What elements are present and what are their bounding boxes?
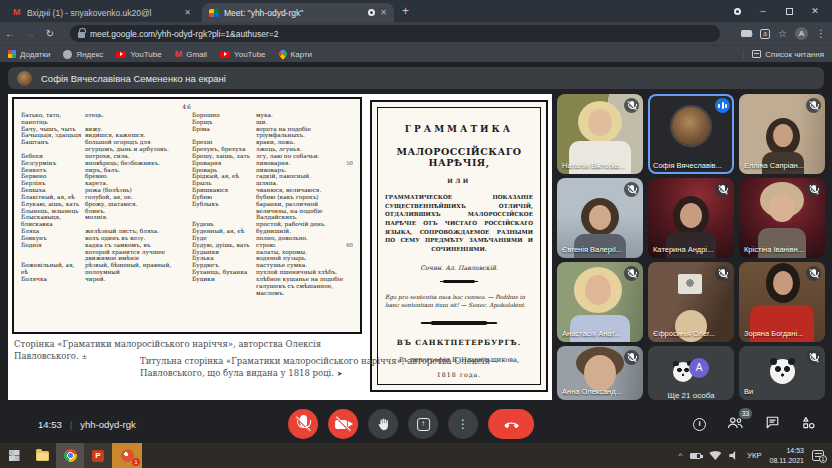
globe-icon — [63, 50, 72, 59]
participant-tile-yefrosyniia[interactable]: Єфросинія Олег... — [648, 262, 734, 342]
bookmark-apps[interactable]: Додатки — [8, 50, 50, 59]
dict-term: Бачу, чышъ, чыть — [21, 126, 85, 133]
dict-entry: Броварняпивоварня.50 — [192, 160, 353, 167]
participant-name: Софія Вячеславів... — [653, 161, 730, 170]
dict-entry: Болячкачирей. — [21, 276, 182, 283]
participant-tile-you[interactable]: Ви — [739, 346, 825, 400]
chat-panel-button[interactable] — [765, 415, 780, 434]
windows-logo-icon — [9, 450, 20, 461]
reading-list-button[interactable]: Список читання — [743, 50, 824, 59]
participant-tile-zoriana[interactable]: Зоряна Богдані... — [739, 262, 825, 342]
person-figure — [585, 275, 611, 305]
wifi-icon[interactable] — [709, 451, 721, 460]
system-tray: ^ УКР 14:53 08.11.2021 1 — [679, 446, 832, 464]
bookmark-youtube-1[interactable]: YouTube — [116, 50, 161, 59]
dict-term: Буденный, ая, еѣ — [192, 228, 256, 235]
dict-term: Будынки — [192, 249, 256, 256]
bookmark-gmail[interactable]: MGmail — [175, 50, 207, 59]
meeting-details-icon[interactable]: i — [693, 418, 706, 431]
translate-icon[interactable]: а — [760, 29, 770, 39]
bookmark-star-icon[interactable]: ☆ — [778, 28, 787, 39]
audio-speaking-icon — [715, 98, 730, 113]
file-explorer-button[interactable] — [28, 443, 56, 468]
tab-close-icon[interactable]: ✕ — [380, 8, 387, 17]
tab-meet[interactable]: Meet: "yhh-odyd-rgk" ✕ — [202, 3, 394, 22]
chrome-taskbar-button[interactable] — [56, 443, 84, 468]
participant-name: Елліна Сапріан... — [744, 161, 821, 170]
dict-entry: Батько, тато, панотіцьотець. — [21, 112, 182, 126]
dict-definition: щи. — [256, 119, 345, 126]
speaker-icon[interactable] — [729, 451, 739, 460]
dict-entry: Безсурмінъиновѣрець; безбожникъ. — [21, 160, 182, 167]
taskbar-clock[interactable]: 14:53 08.11.2021 — [769, 446, 804, 464]
book-subtitle: ГРАММАТИЧЕСКОЕ ПОКАЗАНІЕ СУЩЕСТВЕННѢЙШИХ… — [385, 193, 533, 254]
participant-name: Крістіна Іванівн... — [744, 245, 821, 254]
participant-tile-natalia[interactable]: Наталія Вікторів... — [557, 94, 643, 174]
dict-definition: молнія. — [85, 214, 174, 228]
participant-tile-yevheniia[interactable]: Євгенія Валерії... — [557, 178, 643, 258]
url-text: meet.google.com/yhh-odyd-rgk?pli=1&authu… — [90, 29, 279, 39]
powerpoint-taskbar-button[interactable]: P — [84, 443, 112, 468]
mic-off-button[interactable] — [288, 409, 318, 439]
mic-muted-icon — [624, 266, 639, 281]
bookmark-maps[interactable]: Карти — [279, 50, 313, 59]
back-button[interactable]: ← — [0, 28, 20, 39]
dict-term: Буханіць, буханка — [192, 269, 256, 276]
bookmark-yandex[interactable]: Яндекс — [63, 50, 103, 59]
person-figure — [773, 271, 793, 295]
dict-entry: Бебехипотрохи, сила. — [21, 153, 182, 160]
participant-tile-anastasiia[interactable]: Анастасія Анат... — [557, 262, 643, 342]
window-close-button[interactable]: ✕ — [802, 0, 828, 22]
participant-tile-anna[interactable]: Анна Олександ... — [557, 346, 643, 400]
battery-icon[interactable] — [690, 453, 701, 459]
browser-tab-strip: M Вхідні (1) - snyakovenko.uk20@l ✕ Meet… — [0, 0, 832, 22]
dict-definition: буднишній. — [256, 228, 345, 235]
dict-entry: Борошномука. — [192, 112, 353, 119]
letter-avatar: А — [689, 358, 709, 378]
present-button[interactable]: ↑ — [408, 409, 438, 439]
dict-entry: Бодніякадка съ замкомъ, въ которой храни… — [21, 242, 182, 262]
taskbar-date: 08.11.2021 — [769, 456, 804, 465]
action-center-icon[interactable]: 1 — [812, 450, 824, 461]
dict-term: Боднія — [21, 242, 85, 262]
participant-tile-kristina[interactable]: Крістіна Іванівн... — [739, 178, 825, 258]
activities-button[interactable] — [801, 415, 816, 434]
camera-off-button[interactable] — [328, 409, 358, 439]
raise-hand-button[interactable] — [368, 409, 398, 439]
window-maximize-button[interactable] — [776, 0, 802, 22]
address-bar[interactable]: meet.google.com/yhh-odyd-rgk?pli=1&authu… — [70, 25, 720, 42]
browser-menu-button[interactable]: ⋮ — [816, 28, 826, 39]
mic-muted-icon — [624, 98, 639, 113]
camera-permission-icon[interactable] — [741, 30, 752, 37]
start-button[interactable] — [0, 443, 28, 468]
dict-definition: простой, рабочій день. — [256, 221, 345, 228]
participant-name: Анастасія Анат... — [562, 329, 639, 338]
end-call-button[interactable] — [488, 409, 534, 439]
new-tab-button[interactable]: + — [402, 4, 409, 18]
participants-grid: Наталія Вікторів...Софія Вячеславів...Ел… — [557, 94, 825, 400]
notification-app-button[interactable]: 1 — [112, 443, 142, 468]
participant-tile-ellina[interactable]: Елліна Сапріан... — [739, 94, 825, 174]
dict-entry: Буденьпростой, рабочій день. — [192, 221, 353, 228]
participant-tile-kateryna[interactable]: Катерина Андрі... — [648, 178, 734, 258]
hidden-icons-caret[interactable]: ^ — [679, 451, 683, 460]
caption-right: Титульна сторінка «Граматики малоросійсь… — [140, 355, 540, 380]
bookmark-youtube-2[interactable]: YouTube — [220, 50, 265, 59]
language-indicator[interactable]: УКР — [747, 451, 761, 460]
more-options-button[interactable]: ⋮ — [448, 409, 478, 439]
participant-tile-more[interactable]: АЩе 21 особа — [648, 346, 734, 400]
gmail-icon: M — [175, 50, 183, 59]
participant-name: Катерина Андрі... — [653, 245, 730, 254]
participants-panel-button[interactable]: 33 — [727, 415, 744, 434]
reload-button[interactable]: ↻ — [40, 28, 60, 39]
dict-definition: хлѣбное кушанье на подобіе галушекъ съ с… — [256, 276, 345, 296]
tab-media-indicator-icon — [368, 9, 375, 16]
window-minimize-button[interactable]: – — [750, 0, 776, 22]
forward-button[interactable]: → — [20, 28, 40, 39]
tab-gmail[interactable]: M Вхідні (1) - snyakovenko.uk20@l ✕ — [6, 3, 198, 22]
participant-tile-sofia[interactable]: Софія Вячеславів... — [648, 94, 734, 174]
profile-avatar[interactable]: A — [795, 27, 808, 40]
caption-marker-icon: ± — [81, 353, 87, 361]
tab-close-icon[interactable]: ✕ — [184, 8, 191, 17]
dict-term: Борщъ — [192, 119, 256, 126]
